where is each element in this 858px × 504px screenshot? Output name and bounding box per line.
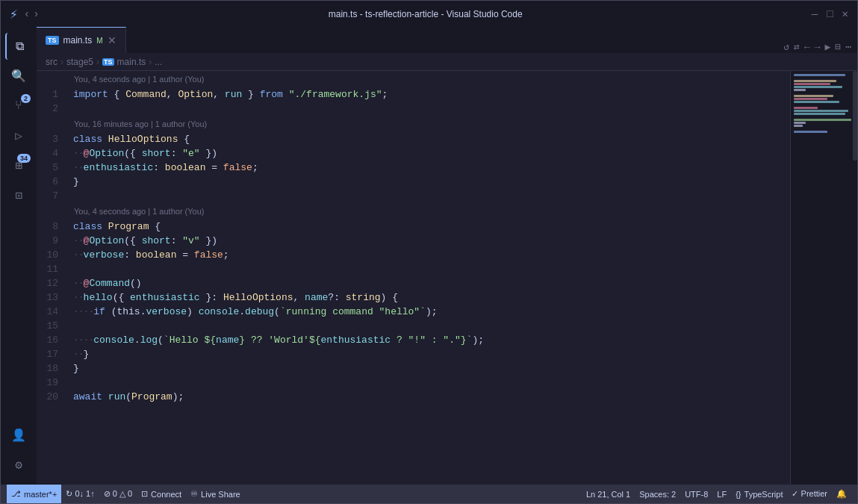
line-number: 19 [37, 376, 70, 390]
tab-bar: TS main.ts M ✕ ↺ ⇄ ← → ▶ ⊟ ⋯ [37, 27, 857, 53]
status-spaces[interactable]: Spaces: 2 [635, 485, 680, 503]
breadcrumb-filename[interactable]: main.ts [117, 57, 146, 67]
code-line-19: 19 [37, 376, 790, 390]
status-eol[interactable]: LF [712, 485, 731, 503]
code-line-5: 5 ··enthusiastic: boolean = false; [37, 161, 790, 175]
status-encoding[interactable]: UTF-8 [680, 485, 712, 503]
breadcrumb-src[interactable]: src [46, 57, 57, 67]
sidebar-item-search[interactable]: 🔍 [5, 63, 32, 90]
encoding-label: UTF-8 [685, 490, 708, 499]
minimap [790, 71, 857, 485]
git-branch-icon: ⎇ [11, 489, 21, 499]
code-line-20: 20 await run(Program); [37, 390, 790, 404]
tab-modified-indicator: M [96, 37, 102, 45]
minimap-scrollbar[interactable] [853, 71, 857, 161]
split-right-icon[interactable]: ⊟ [835, 41, 841, 53]
back-arrow-icon[interactable]: ‹ [24, 8, 30, 20]
status-errors[interactable]: ⊘ 0 △ 0 [99, 485, 137, 503]
language-label: {} [736, 490, 741, 499]
tab-close-button[interactable]: ✕ [108, 34, 116, 46]
breadcrumb-stage5[interactable]: stage5 [66, 57, 93, 67]
code-content: await run(Program); [70, 390, 784, 404]
status-formatter[interactable]: ✓ Prettier [787, 485, 832, 503]
minimap-line [794, 119, 851, 121]
title-bar: ⚡ ‹ › main.ts - ts-reflection-article - … [1, 1, 857, 27]
sidebar-item-accounts[interactable]: 👤 [5, 422, 32, 449]
minimap-line [794, 89, 806, 91]
status-branch[interactable]: ⎇ master*+ [7, 485, 61, 503]
line-number: 10 [37, 248, 70, 262]
nav-arrows: ‹ › [24, 8, 40, 20]
code-content: class Program { [70, 220, 784, 234]
code-content: ··hello({ enthusiastic }: HelloOptions, … [70, 290, 784, 305]
extensions-badge: 34 [17, 154, 31, 163]
run-debug-icon: ▷ [15, 128, 22, 143]
sidebar-item-run-debug[interactable]: ▷ [5, 122, 32, 149]
breadcrumb: src › stage5 › TS main.ts › ... [37, 53, 857, 71]
sidebar-item-source-control[interactable]: ⑂ 2 [5, 93, 32, 119]
status-live-share[interactable]: ♾ Live Share [186, 485, 245, 503]
minimap-line [794, 131, 827, 133]
line-number: 12 [37, 276, 70, 290]
code-content: import { Command, Option, run } from "./… [70, 87, 784, 102]
connect-label: Connect [151, 490, 181, 499]
go-back-icon[interactable]: ← [804, 42, 810, 53]
status-connect[interactable]: ⊡ Connect [137, 485, 186, 503]
minimap-line [794, 80, 836, 82]
code-content: class HelloOptions { [70, 132, 784, 146]
status-language[interactable]: {} TypeScript [731, 485, 787, 503]
spaces-label: Spaces: 2 [639, 490, 676, 499]
minimap-line [794, 74, 845, 76]
sidebar-item-settings[interactable]: ⚙ [5, 452, 32, 479]
close-button[interactable]: ✕ [842, 7, 848, 20]
code-line-4: 4 ··@Option({ short: "e" }) [37, 146, 790, 161]
position-label: Ln 21, Col 1 [586, 490, 630, 499]
code-content: ··@Command() [70, 276, 784, 290]
editor-area: TS main.ts M ✕ ↺ ⇄ ← → ▶ ⊟ ⋯ src [37, 27, 857, 485]
more-actions-icon[interactable]: ⋯ [845, 41, 851, 53]
sidebar-item-extensions[interactable]: ⊞ 34 [5, 152, 32, 179]
go-forward-icon[interactable]: → [815, 42, 821, 53]
sidebar-item-explorer[interactable]: ⧉ [5, 33, 32, 60]
history-icon[interactable]: ↺ [783, 41, 789, 53]
settings-icon: ⚙ [15, 458, 22, 473]
minimap-line [794, 101, 839, 103]
main-content: ⧉ 🔍 ⑂ 2 ▷ ⊞ 34 ⊡ 👤 ⚙ [1, 27, 857, 485]
open-changes-icon[interactable]: ▶ [825, 41, 831, 53]
line-number: 9 [37, 234, 70, 248]
status-bar: ⎇ master*+ ↻ 0↓ 1↑ ⊘ 0 △ 0 ⊡ Connect ♾ L… [1, 485, 857, 503]
code-editor[interactable]: You, 4 seconds ago | 1 author (You) 1 im… [37, 71, 790, 485]
window-title: main.ts - ts-reflection-article - Visual… [40, 9, 812, 19]
eol-label: LF [717, 490, 727, 499]
live-share-icon: ♾ [190, 489, 198, 499]
sync-label: ↻ 0↓ 1↑ [66, 489, 94, 499]
code-line-18: 18 } [37, 361, 790, 376]
minimize-button[interactable]: — [812, 8, 818, 20]
status-feedback[interactable]: 🔔 [832, 485, 851, 503]
line-number: 5 [37, 161, 70, 175]
forward-arrow-icon[interactable]: › [33, 8, 39, 20]
title-bar-left: ⚡ ‹ › [10, 6, 40, 22]
breadcrumb-symbol[interactable]: ... [155, 57, 162, 67]
maximize-button[interactable]: □ [827, 8, 833, 20]
code-content: } [70, 361, 784, 376]
line-number: 20 [37, 390, 70, 404]
line-number: 8 [37, 220, 70, 234]
code-line-6: 6 } [37, 175, 790, 189]
code-line-16: 16 ····console.log(`Hello ${name} ?? 'Wo… [37, 333, 790, 347]
tab-main-ts[interactable]: TS main.ts M ✕ [37, 27, 126, 53]
sidebar-item-remote[interactable]: ⊡ [5, 182, 32, 209]
code-content: } [70, 175, 784, 189]
breadcrumb-ts-badge: TS [102, 58, 114, 66]
line-number: 16 [37, 333, 70, 347]
status-sync[interactable]: ↻ 0↓ 1↑ [61, 485, 99, 503]
status-position[interactable]: Ln 21, Col 1 [582, 485, 635, 503]
line-number: 6 [37, 175, 70, 189]
line-number: 13 [37, 290, 70, 305]
minimap-line [794, 95, 833, 97]
code-line-11: 11 [37, 262, 790, 276]
code-line-12: 12 ··@Command() [37, 276, 790, 290]
minimap-line [794, 107, 818, 109]
code-content: ··@Option({ short: "v" }) [70, 234, 784, 248]
split-editor-icon[interactable]: ⇄ [794, 41, 800, 53]
